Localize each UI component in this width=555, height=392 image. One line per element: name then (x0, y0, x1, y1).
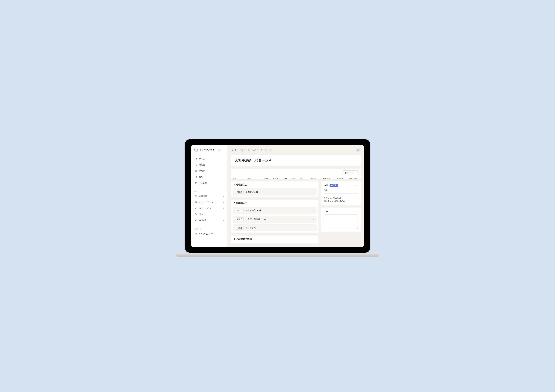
tools-icon (194, 207, 197, 210)
main-area: ホーム / 手続き一覧 / 入社手続き_パターンA 入社手続き_パターンA ダウ… (227, 145, 364, 247)
sidebar-item-label: マスターデータ (199, 201, 213, 204)
sidebar-item-label: 手続き (199, 170, 205, 172)
svg-rect-10 (195, 196, 196, 197)
memo-label: メモ (324, 210, 358, 213)
nav-section-label: サポート (191, 227, 227, 231)
th-joindate: 入社年月日 (320, 177, 335, 179)
breadcrumb-item[interactable]: ホーム (231, 149, 236, 151)
sidebar-item-employees[interactable]: 従業員 (191, 162, 227, 168)
th-name: 名前 (245, 177, 260, 179)
task-row[interactable]: 未対応 基本情報入力依頼 › (233, 207, 317, 214)
sidebar-item-label: 年末調整 (199, 181, 207, 184)
sidebar-item-home[interactable]: ホーム (191, 156, 227, 162)
svg-point-2 (197, 150, 197, 151)
user-icon (357, 149, 359, 151)
sidebar-item-documents[interactable]: 書類 (191, 174, 227, 180)
section-document-signing: 3. 各種書類の締結 (231, 235, 319, 243)
sidebar-item-customize[interactable]: カスタマイズ › (191, 205, 227, 211)
more-menu-button[interactable]: ⋯ (355, 184, 358, 187)
task-title: 基本情報入力依頼 (246, 209, 311, 212)
section-admin-input: 1. 管理者入力 未対応 基本情報入力 › (231, 181, 319, 197)
nav-main: ホーム 従業員 手続き 書類 年末調整 (191, 154, 227, 187)
sidebar-item-label: ホーム (199, 157, 205, 160)
status-badge: 進行中 (329, 184, 338, 187)
body-right: 進捗 進行中 ⋯ 0/5 基準日：2021/10/01 完了予定日：2021/1… (321, 181, 361, 243)
sidebar-item-help[interactable]: ヘルプセンター (191, 231, 227, 237)
nav-section-label: 設定 (191, 189, 227, 193)
sidebar-item-label: 従業員 (199, 164, 205, 166)
task-title: 基本情報入力 (246, 191, 311, 193)
breadcrumb-item[interactable]: 入社手続き_パターンA (253, 149, 272, 151)
base-date-row: 基準日：2021/10/01 (324, 196, 358, 200)
help-icon (194, 233, 197, 235)
svg-point-6 (195, 164, 196, 165)
sidebar-item-label: 書類 (199, 175, 203, 178)
sidebar-item-job[interactable]: ジョブ (191, 211, 227, 217)
breadcrumb-sep: / (238, 149, 238, 151)
database-icon (194, 201, 197, 204)
progress-label: 進捗 (324, 184, 328, 187)
table-header-row: 進捗 名前 事業所 勤務地 部署 役職 職種 在籍状況 入社年月日 雇用形態 給 (231, 177, 361, 179)
task-row[interactable]: 未対応 扶養控除申告書の回収 › (233, 216, 317, 223)
building-icon (194, 195, 197, 198)
chevron-right-icon: › (223, 195, 224, 198)
chevron-right-icon: › (313, 209, 314, 212)
employee-table-card: ダウンロード 進捗 名前 事業所 勤務地 部署 役職 職種 (231, 169, 361, 179)
body-row: 1. 管理者入力 未対応 基本情報入力 › 2. 従業員入力 未対応 (231, 181, 361, 243)
th-salary: 給与形態 (348, 177, 361, 179)
progress-meta: 基準日：2021/10/01 完了予定日：2021/10/15 (324, 196, 358, 202)
sidebar: クラウドハウス 労務 ホーム 従業員 手続き 書類 (191, 145, 227, 247)
due-date-value: 2021/10/15 (335, 200, 345, 202)
sidebar-item-master[interactable]: マスターデータ › (191, 199, 227, 205)
svg-point-4 (194, 150, 195, 151)
th-employment: 雇用形態 (335, 177, 348, 179)
section-employee-input: 2. 従業員入力 未対応 基本情報入力依頼 › 未対応 扶養控除申告書の回収 › (231, 200, 319, 233)
task-title: マイナンバー (246, 227, 311, 229)
employee-table: 進捗 名前 事業所 勤務地 部署 役職 職種 在籍状況 入社年月日 雇用形態 給 (231, 177, 361, 179)
svg-point-13 (195, 220, 196, 221)
sidebar-item-api[interactable]: API利用 › (191, 217, 227, 223)
laptop-base (176, 253, 379, 257)
section-title: 3. 各種書類の締結 (231, 235, 319, 243)
sidebar-item-label: 企業情報 (199, 195, 207, 198)
task-status-badge: 未対応 (236, 190, 244, 194)
breadcrumb-sep: / (251, 149, 251, 151)
sidebar-item-company[interactable]: 企業情報 › (191, 193, 227, 199)
memo-textarea[interactable] (324, 214, 358, 229)
task-row[interactable]: 未対応 マイナンバー › (233, 224, 317, 231)
task-status-badge: 未対応 (236, 218, 244, 221)
svg-point-15 (358, 149, 358, 150)
breadcrumb-item[interactable]: 手続き一覧 (240, 149, 249, 151)
svg-point-1 (197, 149, 197, 150)
logo-area: クラウドハウス 労務 (191, 145, 227, 154)
page-title-card: 入社手続き_パターンA (231, 155, 361, 166)
svg-rect-12 (195, 214, 197, 215)
progress-bar (324, 193, 358, 194)
svg-point-8 (196, 182, 196, 183)
sidebar-item-label: ジョブ (199, 213, 205, 216)
content: 入社手続き_パターンA ダウンロード 進捗 名前 事業所 勤務地 (227, 155, 364, 247)
download-button[interactable]: ダウンロード (343, 170, 359, 175)
base-date-label: 基準日： (324, 197, 331, 199)
sidebar-item-label: カスタマイズ (199, 207, 211, 210)
sidebar-item-yearend[interactable]: 年末調整 (191, 180, 227, 186)
memo-card: メモ (321, 207, 361, 232)
avatar[interactable] (356, 148, 361, 152)
chevron-right-icon: › (313, 191, 314, 193)
th-progress: 進捗 (231, 177, 245, 179)
due-date-row: 完了予定日：2021/10/15 (324, 200, 358, 202)
sidebar-item-procedures[interactable]: 手続き (191, 168, 227, 174)
th-location: 勤務地 (271, 177, 282, 179)
list-icon (194, 170, 197, 172)
chevron-right-icon: › (223, 219, 224, 222)
task-status-badge: 未対応 (236, 209, 244, 212)
adjust-icon (194, 182, 197, 184)
svg-point-5 (194, 149, 195, 150)
logo-icon (194, 148, 198, 152)
base-date-value: 2021/10/01 (331, 197, 341, 199)
nav-support: サポート ヘルプセンター (191, 225, 227, 238)
body-left: 1. 管理者入力 未対応 基本情報入力 › 2. 従業員入力 未対応 (231, 181, 319, 243)
logo-subtext: 労務 (217, 149, 221, 151)
breadcrumb: ホーム / 手続き一覧 / 入社手続き_パターンA (231, 149, 272, 151)
task-row[interactable]: 未対応 基本情報入力 › (233, 188, 317, 196)
